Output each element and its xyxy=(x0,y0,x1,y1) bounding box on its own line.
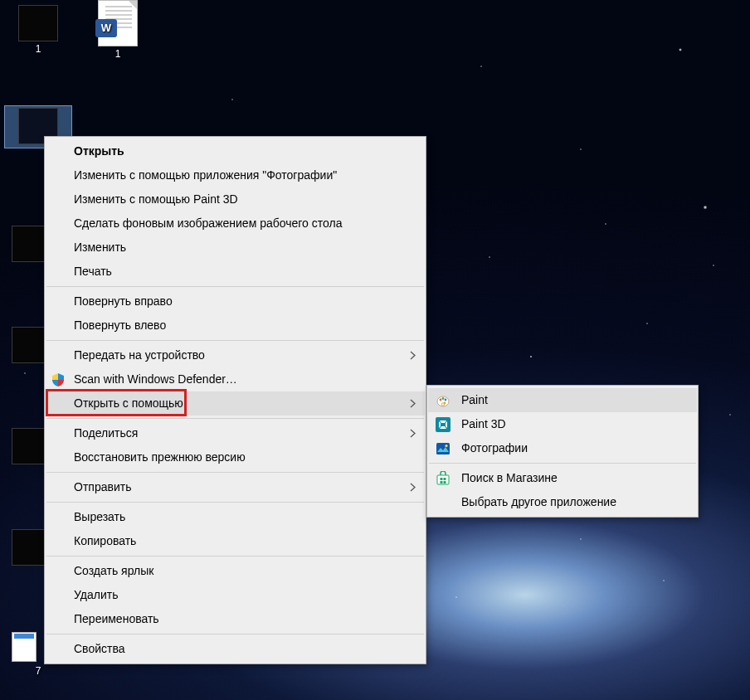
submenu-item-label: Поиск в Магазине xyxy=(461,471,558,484)
submenu-item-label: Paint 3D xyxy=(461,417,506,430)
submenu-item[interactable]: Поиск в Магазине xyxy=(428,466,697,490)
menu-item[interactable]: Переименовать xyxy=(46,607,425,631)
menu-separator xyxy=(46,286,424,287)
menu-item-label: Передать на устройство xyxy=(74,348,205,362)
photos-icon xyxy=(435,440,451,457)
menu-item[interactable]: Восстановить прежнюю версию xyxy=(46,445,425,469)
menu-item-label: Открыть с помощью xyxy=(74,396,183,410)
menu-item-label: Свойства xyxy=(74,642,124,655)
svg-rect-6 xyxy=(436,417,450,432)
menu-item[interactable]: Создать ярлык xyxy=(46,559,425,583)
menu-item-label: Повернуть вправо xyxy=(74,294,173,308)
menu-separator xyxy=(46,556,424,557)
menu-item-label: Scan with Windows Defender… xyxy=(74,372,237,386)
chevron-right-icon xyxy=(410,391,416,416)
submenu-item[interactable]: Paint xyxy=(428,388,697,412)
menu-separator xyxy=(429,463,696,464)
menu-item-label: Отправить xyxy=(74,480,131,493)
menu-separator xyxy=(46,418,424,419)
svg-point-8 xyxy=(445,444,447,446)
menu-item[interactable]: Сделать фоновым изображением рабочего ст… xyxy=(46,211,425,236)
menu-separator xyxy=(46,502,424,503)
svg-point-3 xyxy=(445,398,447,401)
menu-item-label: Изменить с помощью приложения "Фотографи… xyxy=(74,168,337,182)
svg-point-1 xyxy=(440,398,442,401)
menu-item[interactable]: Scan with Windows Defender… xyxy=(46,367,425,391)
icon-label: 7 xyxy=(7,665,70,677)
svg-rect-11 xyxy=(444,478,446,480)
paint-icon xyxy=(435,392,451,409)
svg-rect-7 xyxy=(436,443,450,455)
chevron-right-icon xyxy=(410,421,416,445)
store-icon xyxy=(435,470,451,487)
icon-label: 1 xyxy=(7,43,70,55)
submenu-item-label: Фотографии xyxy=(461,441,528,455)
menu-item[interactable]: Отправить xyxy=(46,475,425,499)
menu-item-label: Поделиться xyxy=(74,426,138,440)
submenu-item[interactable]: Фотографии xyxy=(428,436,697,460)
menu-item[interactable]: Поделиться xyxy=(46,421,425,445)
desktop-icon-image-1[interactable]: 1 xyxy=(7,5,70,55)
word-doc-icon: W xyxy=(98,0,138,46)
menu-item-label: Изменить с помощью Paint 3D xyxy=(74,192,238,206)
desktop-icon-doc-7[interactable] xyxy=(12,632,37,662)
chevron-right-icon xyxy=(410,343,416,367)
menu-item[interactable]: Повернуть влево xyxy=(46,314,425,338)
menu-item-label: Печать xyxy=(74,265,112,278)
menu-item[interactable]: Свойства xyxy=(46,637,425,661)
menu-separator xyxy=(46,472,424,473)
svg-rect-5 xyxy=(442,403,445,406)
menu-item[interactable]: Изменить с помощью приложения "Фотографи… xyxy=(46,163,425,187)
svg-rect-9 xyxy=(437,475,449,484)
menu-item[interactable]: Удалить xyxy=(46,583,425,607)
submenu-item[interactable]: Выбрать другое приложение xyxy=(428,490,697,514)
menu-item-label: Открыть xyxy=(74,144,124,158)
menu-item-label: Сделать фоновым изображением рабочего ст… xyxy=(74,216,342,230)
menu-separator xyxy=(46,634,424,634)
menu-item-label: Удалить xyxy=(74,588,118,601)
menu-item-label: Повернуть влево xyxy=(74,318,166,332)
desktop-icon-word-1[interactable]: W 1 xyxy=(86,0,149,60)
menu-item-label: Создать ярлык xyxy=(74,564,153,577)
menu-item-label: Изменить xyxy=(74,241,126,254)
menu-item[interactable]: Открыть с помощью xyxy=(46,391,425,416)
image-thumb-icon xyxy=(18,5,58,41)
menu-item[interactable]: Вырезать xyxy=(46,505,425,529)
menu-separator xyxy=(46,340,424,341)
menu-item-label: Вырезать xyxy=(74,510,125,523)
icon-label: 1 xyxy=(86,48,149,60)
menu-item-label: Переименовать xyxy=(74,612,159,625)
word-badge-icon: W xyxy=(95,19,117,37)
svg-rect-12 xyxy=(441,481,443,484)
paint3d-icon xyxy=(435,416,451,433)
desktop[interactable]: 1 W 1 7 ОткрытьИзменить с помощью прилож… xyxy=(0,0,750,700)
svg-rect-13 xyxy=(444,481,446,484)
svg-point-2 xyxy=(442,397,445,400)
context-menu: ОткрытьИзменить с помощью приложения "Фо… xyxy=(44,136,426,664)
submenu-item-label: Paint xyxy=(461,393,488,406)
menu-item[interactable]: Открыть xyxy=(46,139,425,163)
menu-item[interactable]: Повернуть вправо xyxy=(46,289,425,314)
menu-item[interactable]: Печать xyxy=(46,260,425,284)
submenu-item-label: Выбрать другое приложение xyxy=(461,495,616,508)
menu-item[interactable]: Передать на устройство xyxy=(46,343,425,367)
defender-icon xyxy=(50,372,66,388)
menu-item-label: Восстановить прежнюю версию xyxy=(74,450,246,464)
menu-item[interactable]: Изменить xyxy=(46,236,425,260)
chevron-right-icon xyxy=(410,475,416,499)
submenu-item[interactable]: Paint 3D xyxy=(428,412,697,436)
menu-item-label: Копировать xyxy=(74,534,136,547)
menu-item[interactable]: Изменить с помощью Paint 3D xyxy=(46,187,425,211)
open-with-submenu: PaintPaint 3DФотографииПоиск в МагазинеВ… xyxy=(426,385,699,518)
svg-rect-10 xyxy=(441,478,443,480)
menu-item[interactable]: Копировать xyxy=(46,529,425,553)
